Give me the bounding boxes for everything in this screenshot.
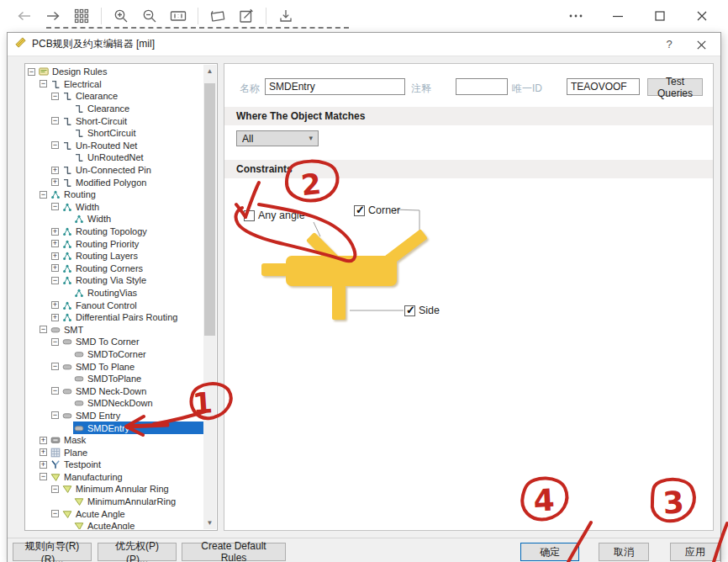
ok-button[interactable]: 确定 <box>520 543 579 561</box>
routing-icon <box>62 202 73 212</box>
side-checkbox[interactable] <box>404 305 415 316</box>
collapse-icon[interactable]: − <box>51 387 59 395</box>
apply-button[interactable]: 应用 <box>670 543 720 561</box>
tree-item-smdtocorner[interactable]: SMDToCorner <box>26 348 203 361</box>
board-outline-icon[interactable] <box>208 6 228 26</box>
collapse-icon[interactable]: − <box>51 411 59 419</box>
unique-id-input[interactable] <box>567 78 640 95</box>
expand-icon[interactable]: + <box>51 252 59 260</box>
tree-item-clearance[interactable]: Clearance <box>26 103 203 115</box>
tree-item-shortcircuit[interactable]: ShortCircuit <box>26 127 203 140</box>
tree-item-smd-to-plane[interactable]: −SMD To Plane <box>26 360 203 373</box>
zoom-in-icon[interactable] <box>111 6 131 26</box>
collapse-icon[interactable]: − <box>51 141 59 149</box>
dialog-titlebar[interactable]: PCB规则及约束编辑器 [mil] ? <box>8 33 720 56</box>
tree-item-routing[interactable]: −Routing <box>26 188 203 201</box>
collapse-icon[interactable]: − <box>40 191 47 199</box>
collapse-icon[interactable]: − <box>51 117 59 125</box>
collapse-icon[interactable]: − <box>40 473 47 480</box>
expand-icon[interactable]: + <box>51 178 59 186</box>
tree-item-smdneckdown[interactable]: SMDNeckDown <box>26 397 203 410</box>
tree-item-routing-priority[interactable]: +Routing Priority <box>26 237 203 250</box>
zoom-out-icon[interactable] <box>140 6 160 26</box>
maximize-icon[interactable] <box>650 6 670 26</box>
tree-item-electrical[interactable]: −Electrical <box>26 78 203 91</box>
collapse-icon[interactable]: − <box>51 277 59 284</box>
collapse-icon[interactable]: − <box>40 80 47 87</box>
collapse-icon[interactable]: − <box>28 68 35 76</box>
close-icon[interactable] <box>692 6 712 26</box>
tree-item-width[interactable]: −Width <box>26 201 203 214</box>
grid-icon[interactable] <box>71 6 92 26</box>
tree-item-design-rules[interactable]: −Design Rules <box>26 66 203 78</box>
cancel-button[interactable]: 取消 <box>599 543 649 561</box>
tree-item-un-routed-net[interactable]: −Un-Routed Net <box>26 140 203 152</box>
scrollbar-thumb[interactable] <box>204 83 215 336</box>
expand-icon[interactable]: + <box>51 264 59 272</box>
collapse-icon[interactable]: − <box>51 338 59 346</box>
tree-scrollbar[interactable]: ▲ ▼ <box>203 65 216 529</box>
one-to-one-icon[interactable] <box>168 6 188 26</box>
more-icon[interactable] <box>566 6 586 26</box>
dialog-close-icon[interactable] <box>694 37 709 52</box>
tree-item-un-connected-pin[interactable]: +Un-Connected Pin <box>26 164 203 177</box>
comment-input[interactable] <box>456 78 508 95</box>
minimize-icon[interactable] <box>608 6 628 26</box>
tree-item-width[interactable]: Width <box>26 213 203 225</box>
tree-item-fanout-control[interactable]: +Fanout Control <box>26 299 203 311</box>
expand-icon[interactable]: + <box>51 167 59 174</box>
tree-item-clearance[interactable]: −Clearance <box>26 90 203 103</box>
tree-item-modified-polygon[interactable]: +Modified Polygon <box>26 176 203 188</box>
expand-icon[interactable]: + <box>40 437 47 444</box>
help-button[interactable]: ? <box>662 37 677 52</box>
tree-item-minimum-annular-ring[interactable]: −Minimum Annular Ring <box>26 483 203 496</box>
tree-item-routingvias[interactable]: RoutingVias <box>26 287 203 300</box>
collapse-icon[interactable]: − <box>51 203 59 210</box>
expand-icon[interactable]: + <box>40 461 47 469</box>
tree-item-minimumannularring[interactable]: MinimumAnnularRing <box>26 496 203 508</box>
expand-icon[interactable]: + <box>51 240 59 247</box>
tree-item-smt[interactable]: −SMT <box>26 323 203 336</box>
tree-item-acuteangle[interactable]: AcuteAngle <box>26 520 203 529</box>
expand-icon[interactable]: + <box>51 228 59 236</box>
rule-wizard-button[interactable]: 规则向导(R) (R)... <box>13 543 92 561</box>
tree-item-unroutednet[interactable]: UnRoutedNet <box>26 151 203 164</box>
priorities-button[interactable]: 优先权(P) (P)... <box>98 543 177 561</box>
forward-icon[interactable] <box>43 6 63 26</box>
collapse-icon[interactable]: − <box>51 485 59 493</box>
any-angle-checkbox[interactable] <box>244 210 255 221</box>
create-default-rules-button[interactable]: Create Default Rules <box>182 543 286 561</box>
tree-item-routing-layers[interactable]: +Routing Layers <box>26 250 203 262</box>
expand-icon[interactable]: + <box>51 301 59 309</box>
collapse-icon[interactable]: − <box>51 363 59 370</box>
scope-dropdown[interactable]: All ▾ <box>236 130 319 146</box>
collapse-icon[interactable]: − <box>51 510 59 517</box>
scroll-down-icon[interactable]: ▼ <box>203 517 216 529</box>
tree-item-mask[interactable]: +Mask <box>26 434 203 447</box>
expand-icon[interactable]: + <box>40 448 47 456</box>
name-input[interactable] <box>265 78 405 95</box>
collapse-icon[interactable]: − <box>51 93 59 100</box>
download-icon[interactable] <box>276 6 296 26</box>
collapse-icon[interactable]: − <box>40 326 47 333</box>
tree-item-routing-via-style[interactable]: −Routing Via Style <box>26 274 203 287</box>
tree-item-testpoint[interactable]: +Testpoint <box>26 459 203 471</box>
tree-item-smd-to-corner[interactable]: −SMD To Corner <box>26 336 203 348</box>
tree-item-short-circuit[interactable]: −Short-Circuit <box>26 114 203 127</box>
expand-icon[interactable]: + <box>51 314 59 321</box>
edit-icon[interactable] <box>236 6 256 26</box>
test-queries-button[interactable]: Test Queries <box>647 78 703 96</box>
tree-item-smd-entry[interactable]: −SMD Entry <box>26 410 203 422</box>
tree-item-differential-pairs-routing[interactable]: +Differential Pairs Routing <box>26 311 203 324</box>
tree-item-smd-neck-down[interactable]: −SMD Neck-Down <box>26 384 203 397</box>
back-icon[interactable] <box>14 6 34 26</box>
tree-item-smdentry[interactable]: SMDEntry <box>26 422 203 434</box>
tree-item-routing-topology[interactable]: +Routing Topology <box>26 225 203 238</box>
corner-checkbox[interactable] <box>354 205 365 216</box>
scroll-up-icon[interactable]: ▲ <box>203 65 216 77</box>
tree-item-plane[interactable]: +Plane <box>26 446 203 459</box>
tree-item-routing-corners[interactable]: +Routing Corners <box>26 262 203 275</box>
tree-item-acute-angle[interactable]: −Acute Angle <box>26 507 203 520</box>
tree-item-manufacturing[interactable]: −Manufacturing <box>26 471 203 484</box>
tree-item-smdtoplane[interactable]: SMDToPlane <box>26 373 203 385</box>
